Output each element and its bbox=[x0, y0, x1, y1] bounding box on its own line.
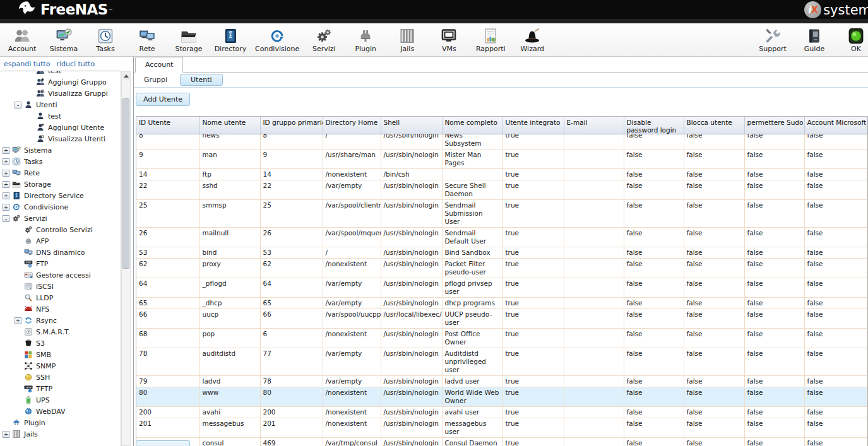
tree-item-sistema[interactable]: +Sistema bbox=[0, 144, 121, 156]
tab-account[interactable]: Account bbox=[135, 57, 183, 73]
tree-item-rsync[interactable]: +Rsync bbox=[0, 315, 121, 326]
toolbar-item-servizi[interactable]: Servizi bbox=[303, 26, 345, 53]
tree-expander-collapse-icon[interactable]: - bbox=[3, 215, 9, 222]
tree-item-tftp[interactable]: TFTPTFTP bbox=[0, 383, 121, 394]
tree-item-s3[interactable]: S3 bbox=[0, 337, 121, 349]
tree-item-iscsi[interactable]: iSCSI bbox=[0, 281, 121, 292]
tree-item-rete[interactable]: +Rete bbox=[0, 167, 121, 179]
tree-expander-expand-icon[interactable]: + bbox=[3, 431, 9, 438]
column-header-nome-completo[interactable]: Nome completo bbox=[442, 117, 502, 134]
tree-item-ssh[interactable]: SSH bbox=[0, 372, 121, 383]
tree-item-aggiungi-gruppo[interactable]: Aggiungi Gruppo bbox=[0, 76, 121, 88]
tree-item-visualizza-gruppi[interactable]: Visualizza Gruppi bbox=[0, 88, 121, 99]
scrollbar-up-arrow-icon[interactable] bbox=[122, 72, 130, 80]
tree-item-s-m-a-r-t[interactable]: S.M.A.R.T. bbox=[0, 326, 121, 337]
column-header-directory-home[interactable]: Directory Home bbox=[323, 117, 381, 134]
toolbar-item-jails[interactable]: Jails bbox=[386, 26, 428, 53]
tree-expander-expand-icon[interactable]: + bbox=[15, 317, 21, 324]
tree-item-storage[interactable]: +Storage bbox=[0, 179, 121, 190]
toolbar-item-ok[interactable]: OK bbox=[835, 26, 868, 53]
toolbar-item-plugin[interactable]: Plugin bbox=[345, 26, 386, 53]
tree-scrollbar[interactable] bbox=[121, 71, 131, 446]
column-header-permettere-sudo[interactable]: permettere Sudo bbox=[744, 117, 804, 134]
tree-expander-expand-icon[interactable]: + bbox=[3, 147, 9, 154]
user-row-bind[interactable]: 53bind53//usr/sbin/nologinBind Sandboxtr… bbox=[136, 247, 867, 259]
tree-expander-expand-icon[interactable]: + bbox=[3, 170, 9, 177]
toolbar-item-rete[interactable]: Rete bbox=[126, 26, 168, 53]
tree-item-snmp[interactable]: SNMP bbox=[0, 360, 121, 372]
tree-item-plugin[interactable]: Plugin bbox=[0, 417, 121, 428]
user-row-www[interactable]: 80www80/nonexistent/usr/sbin/nologinWorl… bbox=[136, 387, 867, 407]
tree-item-gestore-accessi[interactable]: Gestore accessi bbox=[0, 269, 121, 281]
column-header-e-mail[interactable]: E-mail bbox=[564, 117, 624, 134]
user-row-consul[interactable]: 469consul469/var/tmp/consul/usr/sbin/nol… bbox=[136, 438, 867, 446]
toolbar-item-support[interactable]: Support bbox=[752, 26, 794, 53]
bottom-action-button-cutoff[interactable] bbox=[136, 440, 190, 446]
tree-expander-expand-icon[interactable]: + bbox=[3, 204, 9, 211]
tree-item-aggiungi-utente[interactable]: Aggiungi Utente bbox=[0, 122, 121, 133]
user-row-auditdistd[interactable]: 78auditdistd77/var/empty/usr/sbin/nologi… bbox=[136, 348, 867, 376]
user-row-pflogd[interactable]: 64_pflogd64/var/empty/usr/sbin/nologinpf… bbox=[136, 278, 867, 298]
column-header-account-microsoft[interactable]: Account Microsoft bbox=[804, 117, 867, 134]
user-row-mailnull[interactable]: 26mailnull26/var/spool/mqueue/usr/sbin/n… bbox=[136, 228, 867, 247]
toolbar-item-directory[interactable]: Directory bbox=[210, 26, 251, 53]
tree-item-jails[interactable]: +Jails bbox=[0, 428, 121, 440]
tree-item-visualizza-utenti[interactable]: Visualizza Utenti bbox=[0, 133, 121, 144]
tree-item-lldp[interactable]: LLDP bbox=[0, 292, 121, 303]
grid-body-viewport[interactable]: 8news8//usr/sbin/nologinNews Subsystemtr… bbox=[136, 134, 867, 446]
column-header-utente-integrato[interactable]: Utente integrato bbox=[502, 117, 564, 134]
toolbar-item-sistema[interactable]: Sistema bbox=[43, 26, 85, 53]
user-row-proxy[interactable]: 62proxy62/nonexistent/usr/sbin/nologinPa… bbox=[136, 259, 867, 278]
tree-item-smb[interactable]: SMB bbox=[0, 349, 121, 360]
scrollbar-thumb[interactable] bbox=[122, 98, 129, 269]
toolbar-item-vms[interactable]: VMs bbox=[428, 26, 470, 53]
column-header-disable-password-login[interactable]: Disable password login bbox=[624, 117, 684, 134]
tree-item-webdav[interactable]: WebDAV bbox=[0, 406, 121, 417]
tree-item-afp[interactable]: AFP bbox=[0, 235, 121, 247]
user-row-ftp[interactable]: 14ftp14/nonexistent/bin/cshtruefalsefals… bbox=[136, 169, 867, 180]
tree-item-directory-service[interactable]: +Directory Service bbox=[0, 190, 121, 201]
expand-all-link[interactable]: espandi tutto bbox=[4, 60, 50, 68]
add-user-button[interactable]: Add Utente bbox=[136, 93, 190, 106]
tree-item-ftp[interactable]: FTPFTP bbox=[0, 258, 121, 269]
user-row-pop[interactable]: 68pop6/nonexistent/usr/sbin/nologinPost … bbox=[136, 329, 867, 348]
tree-item-utenti[interactable]: -Utenti bbox=[0, 99, 121, 110]
tree-item-controllo-servizi[interactable]: Controllo Servizi bbox=[0, 224, 121, 235]
tree-expander-expand-icon[interactable]: + bbox=[3, 158, 9, 165]
user-row-news[interactable]: 8news8//usr/sbin/nologinNews Subsystemtr… bbox=[136, 134, 867, 150]
tree-item-test[interactable]: test bbox=[0, 71, 121, 76]
tree-expander-expand-icon[interactable]: + bbox=[3, 192, 9, 199]
toolbar-item-storage[interactable]: Storage bbox=[168, 26, 210, 53]
tree-expander-expand-icon[interactable]: + bbox=[3, 181, 9, 188]
tree-item-servizi[interactable]: -Servizi bbox=[0, 213, 121, 224]
toolbar-item-account[interactable]: Account bbox=[1, 26, 43, 53]
subtab-utenti[interactable]: Utenti bbox=[180, 74, 222, 86]
user-row-man[interactable]: 9man9/usr/share/man/usr/sbin/nologinMist… bbox=[136, 150, 867, 169]
tree-item-test[interactable]: test bbox=[0, 110, 121, 122]
user-row-smmsp[interactable]: 25smmsp25/var/spool/clientmqueue/usr/sbi… bbox=[136, 200, 867, 228]
user-row-uucp[interactable]: 66uucp66/var/spool/uucppublic/usr/local/… bbox=[136, 309, 867, 329]
user-row-dhcp[interactable]: 65_dhcp65/var/empty/usr/sbin/nologindhcp… bbox=[136, 298, 867, 309]
tree-item-ups[interactable]: UPS bbox=[0, 394, 121, 406]
user-row-avahi[interactable]: 200avahi200/nonexistent/usr/sbin/nologin… bbox=[136, 407, 867, 418]
user-row-sshd[interactable]: 22sshd22/var/empty/usr/sbin/nologinSecur… bbox=[136, 180, 867, 200]
user-row-ladvd[interactable]: 79ladvd78/var/empty/usr/sbin/nologinladv… bbox=[136, 376, 867, 387]
toolbar-item-tasks[interactable]: Tasks bbox=[85, 26, 126, 53]
column-header-nome-utente[interactable]: Nome utente bbox=[199, 117, 260, 134]
toolbar-item-condivisione[interactable]: Condivisione bbox=[251, 26, 303, 53]
collapse-all-link[interactable]: riduci tutto bbox=[56, 60, 95, 68]
user-row-messagebus[interactable]: 201messagebus201/nonexistent/usr/sbin/no… bbox=[136, 418, 867, 438]
tree-expander-collapse-icon[interactable]: - bbox=[15, 102, 21, 109]
subtab-gruppi[interactable]: Gruppi bbox=[141, 74, 170, 85]
tree-item-tasks[interactable]: +Tasks bbox=[0, 156, 121, 167]
tree-item-dns-dinamico[interactable]: DNS dinamico bbox=[0, 247, 121, 258]
column-header-blocca-utente[interactable]: Blocca utente bbox=[684, 117, 744, 134]
tree-item-condivisione[interactable]: +Condivisione bbox=[0, 201, 121, 213]
tree-item-nfs[interactable]: NFS bbox=[0, 303, 121, 315]
toolbar-item-wizard[interactable]: Wizard bbox=[511, 26, 553, 53]
toolbar-item-guide[interactable]: Guide bbox=[794, 26, 835, 53]
toolbar-item-rapporti[interactable]: Rapporti bbox=[470, 26, 511, 53]
column-header-id-utente[interactable]: ID Utente bbox=[136, 117, 199, 134]
column-header-id-gruppo-primario[interactable]: ID gruppo primario bbox=[260, 117, 323, 134]
column-header-shell[interactable]: Shell bbox=[381, 117, 442, 134]
